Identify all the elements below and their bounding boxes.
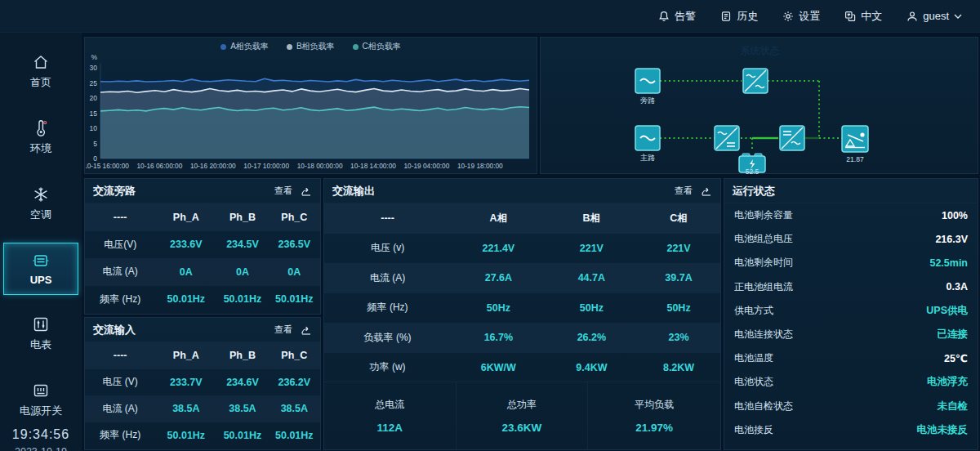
home-icon xyxy=(32,53,50,71)
svg-text:10-18 14:00:00: 10-18 14:00:00 xyxy=(350,162,396,170)
alarm-label: 告警 xyxy=(675,9,696,24)
language-icon xyxy=(844,11,856,22)
row-label: 电压(V) xyxy=(85,238,155,252)
row-label: 电压 (V) xyxy=(85,375,155,389)
row-label: 频率 (Hz) xyxy=(85,428,155,442)
cell-value: 38.5A xyxy=(269,403,320,414)
svg-text:10-18 00:00:00: 10-18 00:00:00 xyxy=(297,162,343,170)
cell-value: 221.4V xyxy=(451,243,546,254)
user-icon xyxy=(906,11,918,22)
cell-value: 6KW/W xyxy=(451,362,546,373)
svg-text:5: 5 xyxy=(93,140,97,148)
language-label: 中文 xyxy=(861,9,882,24)
status-label: 电池剩余时间 xyxy=(734,256,793,270)
status-row: 电池剩余时间52.5min xyxy=(724,251,978,275)
summary-value: 112A xyxy=(377,422,403,434)
settings-label: 设置 xyxy=(799,9,820,24)
status-row: 电池状态电池浮充 xyxy=(724,370,978,394)
load-value: 21.87 xyxy=(846,155,864,163)
summary-value: 21.97% xyxy=(635,422,673,434)
status-value: 52.5min xyxy=(929,257,968,269)
ac-bypass-panel: 交流旁路 查看 ----Ph_APh_BPh_C电压(V)233.6V234.5… xyxy=(84,178,321,315)
cell-value: 0A xyxy=(216,266,268,278)
clock: 19:34:56 2023-10-19 xyxy=(12,427,69,451)
sidebar-item-ups[interactable]: UPS xyxy=(3,243,78,295)
bypass-label: 旁路 xyxy=(640,96,655,105)
ups-topology-diagram: 旁路主路52.521.87 xyxy=(541,38,978,174)
panel-title: 运行状态 xyxy=(733,184,775,199)
status-label: 电池连接状态 xyxy=(734,328,793,342)
status-label: 电池剩余容量 xyxy=(734,208,793,222)
thermometer-icon xyxy=(32,119,50,137)
panel-title: 交流输出 xyxy=(332,184,375,199)
svg-text:25: 25 xyxy=(90,79,98,87)
svg-text:10-17 10:00:00: 10-17 10:00:00 xyxy=(243,162,289,170)
export-icon[interactable] xyxy=(301,325,312,335)
cell-value: 233.6V xyxy=(155,239,216,250)
summary-label: 平均负载 xyxy=(635,398,674,412)
user-menu[interactable]: guest xyxy=(906,10,962,22)
cell-value: 27.6A xyxy=(451,272,546,284)
cell-value: 234.6V xyxy=(216,377,268,388)
status-row: 电池温度25℃ xyxy=(724,346,978,370)
cell-value: 234.5V xyxy=(216,239,268,250)
history-button[interactable]: 历史 xyxy=(720,9,758,24)
settings-button[interactable]: 设置 xyxy=(782,9,820,24)
column-header: A相 xyxy=(451,212,546,226)
language-button[interactable]: 中文 xyxy=(844,9,882,24)
load-rate-chart-panel: A相负载率B相负载率C相负载率 051015202530%10-15 16:00… xyxy=(84,37,537,174)
cell-value: 26.2% xyxy=(546,332,638,343)
table-row: 频率 (Hz)50.01Hz50.01Hz50.01Hz xyxy=(85,422,320,449)
sidebar-item-label: 首页 xyxy=(30,75,51,90)
top-bar: 告警 历史 设置 中文 guest xyxy=(0,0,980,33)
column-header: Ph_A xyxy=(155,350,216,361)
table-row: 电流 (A)38.5A38.5A38.5A xyxy=(85,395,320,422)
export-icon[interactable] xyxy=(301,186,312,196)
status-value: 已连接 xyxy=(938,328,969,342)
clock-time: 19:34:56 xyxy=(12,427,69,442)
cell-value: 50.01Hz xyxy=(216,430,268,441)
table-row: 功率 (w)6KW/W9.4KW8.2KW xyxy=(324,353,720,383)
cell-value: 0A xyxy=(269,266,320,278)
svg-text:10-16 20:00:00: 10-16 20:00:00 xyxy=(190,162,236,170)
sidebar-item-environment[interactable]: 环境 xyxy=(3,110,78,165)
export-icon[interactable] xyxy=(701,186,712,196)
load-rate-line-chart: 051015202530%10-15 16:00:0010-16 06:00:0… xyxy=(86,38,537,174)
status-value: 未自检 xyxy=(938,400,969,413)
column-header: Ph_C xyxy=(269,350,320,361)
status-row: 正电池组电流0.3A xyxy=(724,275,978,299)
svg-text:10-19 04:00:00: 10-19 04:00:00 xyxy=(403,162,449,170)
view-button[interactable]: 查看 xyxy=(675,185,693,197)
column-header: ---- xyxy=(85,350,155,361)
sidebar-item-home[interactable]: 首页 xyxy=(3,44,78,99)
status-row: 电池组总电压216.3V xyxy=(724,227,978,251)
table-header-row: ----Ph_APh_BPh_C xyxy=(85,342,320,369)
row-label: 电流 (A) xyxy=(85,265,155,279)
sidebar-item-aircon[interactable]: 空调 xyxy=(3,176,78,231)
view-button[interactable]: 查看 xyxy=(274,324,292,336)
cell-value: 221V xyxy=(637,243,720,254)
sidebar-item-power-switch[interactable]: 电源开关 xyxy=(3,373,78,427)
sidebar-item-label: 环境 xyxy=(30,141,51,156)
battery-value: 52.5 xyxy=(746,167,760,174)
alarm-button[interactable]: 告警 xyxy=(658,9,696,24)
status-value: 25℃ xyxy=(944,352,968,364)
panel-title: 交流旁路 xyxy=(93,184,136,199)
history-icon xyxy=(720,11,732,22)
sidebar-item-meter[interactable]: 电表 xyxy=(3,306,78,361)
status-row: 供电方式UPS供电 xyxy=(724,299,978,323)
row-label: 电压 (v) xyxy=(324,241,451,255)
summary-cell: 总电流112A xyxy=(324,382,457,449)
status-row: 电池剩余容量100% xyxy=(724,203,978,227)
sidebar-item-label: 电表 xyxy=(30,337,51,352)
status-value: 0.3A xyxy=(947,281,968,292)
sidebar: 首页 环境 空调 UPS 电表 xyxy=(0,33,82,451)
sidebar-item-label: 电源开关 xyxy=(20,404,62,418)
view-button[interactable]: 查看 xyxy=(274,185,292,197)
status-label: 供电方式 xyxy=(734,304,773,318)
cell-value: 50.01Hz xyxy=(155,430,216,441)
cell-value: 23% xyxy=(637,332,720,343)
status-row: 电池连接状态已连接 xyxy=(724,323,978,346)
table-row: 负载率 (%)16.7%26.2%23% xyxy=(324,323,720,353)
svg-text:10-15 16:00:00: 10-15 16:00:00 xyxy=(86,162,129,170)
